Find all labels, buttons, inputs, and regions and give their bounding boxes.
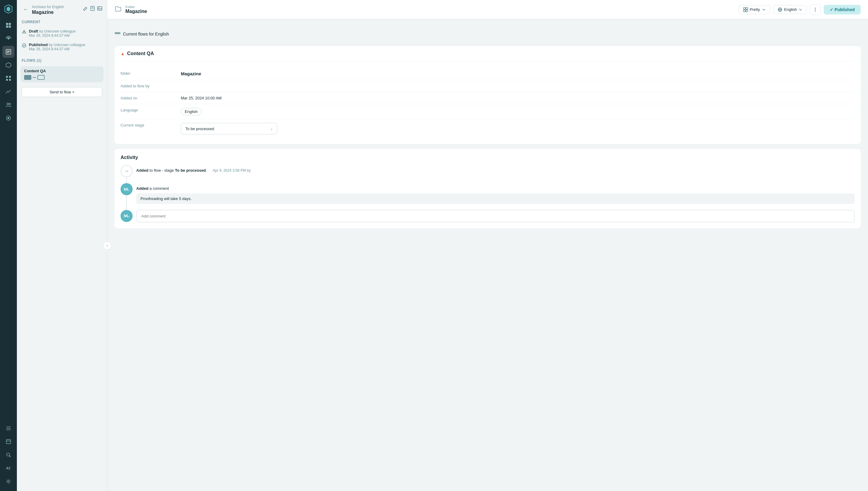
svg-marker-11	[6, 63, 11, 67]
flows-banner-text: Current flows for English	[123, 32, 169, 36]
added-on-row: Added on Mar 25, 2024 10:00 AM	[120, 92, 855, 104]
send-to-flow-button[interactable]: Send to flow +	[22, 87, 102, 97]
activity-meta: Apr 9, 2024 3:58 PM by	[213, 168, 251, 173]
svg-rect-15	[9, 79, 11, 81]
list-nav-icon[interactable]	[2, 422, 15, 434]
main-content: Folder Magazine Pretty English ✓ Publish…	[107, 0, 868, 491]
activity-comment-added-label: Added	[136, 186, 148, 191]
card-body: folder Magazine Added to flow by Added o…	[114, 61, 861, 144]
broadcast-nav-icon[interactable]	[2, 32, 15, 45]
folder-value: Magazine	[181, 71, 201, 76]
svg-point-16	[7, 103, 9, 105]
topbar-actions: Pretty English ✓ Published	[739, 4, 861, 15]
flow-stages	[24, 75, 100, 80]
back-button[interactable]: ←	[22, 5, 30, 13]
sidebar-breadcrumb: Archives for English	[32, 5, 64, 9]
more-options-button[interactable]	[810, 4, 821, 15]
svg-line-26	[9, 456, 10, 457]
current-stage-value: To be processed ↓	[181, 123, 277, 134]
published-version-item[interactable]: Published by Unknown colleague Mar 26, 2…	[22, 40, 102, 54]
plugins-nav-icon[interactable]	[2, 112, 15, 124]
svg-marker-1	[7, 7, 10, 11]
toggle-icon: ▲	[120, 51, 125, 56]
svg-point-44	[815, 7, 816, 8]
content-qa-card: ▲ Content QA folder Magazine Added to fl…	[114, 46, 861, 144]
activity-section: Activity → Added to flow - stage To be p…	[114, 149, 861, 228]
stage-box-empty	[37, 75, 45, 80]
svg-rect-38	[746, 7, 748, 9]
activity-comment-body: Proofreading will take 5 days.	[136, 193, 855, 204]
svg-rect-12	[6, 76, 8, 78]
svg-point-48	[119, 32, 120, 34]
language-label: Language	[120, 108, 181, 112]
content-qa-header[interactable]: ▲ Content QA	[114, 46, 861, 61]
stage-connector	[32, 77, 36, 78]
settings-nav-icon[interactable]	[2, 475, 15, 487]
published-date: Mar 26, 2024 8:44:37 AM	[29, 47, 85, 51]
add-comment-input[interactable]	[136, 210, 855, 222]
edit-icon[interactable]	[83, 6, 88, 12]
svg-point-34	[99, 7, 100, 8]
dashboard-nav-icon[interactable]	[2, 19, 15, 31]
content-area: Current flows for English ▲ Content QA f…	[107, 19, 868, 491]
flows-section-header: Flows (1)	[17, 56, 107, 65]
added-on-label: Added on	[120, 96, 181, 100]
added-by-row: Added to flow by	[120, 80, 855, 92]
image-icon[interactable]	[97, 6, 102, 12]
activity-title: Activity	[120, 155, 855, 160]
published-button[interactable]: ✓ Published	[824, 5, 861, 15]
current-stage-row: Current stage To be processed ↓	[120, 119, 855, 138]
published-label: Published by Unknown colleague	[29, 42, 85, 47]
book-icon[interactable]	[90, 6, 95, 12]
activity-system-content: Added to flow - stage To be processed · …	[136, 165, 855, 177]
svg-point-46	[815, 10, 816, 11]
team-nav-icon[interactable]	[2, 99, 15, 111]
sidebar-header: ← Archives for English Magazine	[17, 0, 107, 15]
svg-rect-39	[744, 10, 745, 12]
stage-select-dropdown[interactable]: To be processed ↓	[181, 123, 277, 134]
search-nav-icon[interactable]	[2, 449, 15, 461]
topbar-info: Folder Magazine	[125, 5, 735, 14]
draft-label: Draft by Unknown colleague	[29, 29, 76, 33]
folder-label: folder	[120, 71, 181, 76]
published-version-icon	[22, 43, 27, 49]
svg-rect-5	[9, 26, 11, 28]
activity-item-system: → Added to flow - stage To be processed …	[120, 165, 855, 177]
integrations-nav-icon[interactable]	[2, 59, 15, 71]
app-logo	[3, 4, 14, 15]
activity-comment-content: Added a comment Proofreading will take 5…	[136, 183, 855, 204]
svg-rect-2	[6, 23, 8, 25]
activity-user-avatar: ML	[120, 183, 133, 195]
svg-line-29	[86, 7, 87, 8]
topbar-folder-name: Magazine	[125, 9, 735, 14]
language-button[interactable]: English	[773, 5, 807, 14]
translation-nav-icon[interactable]: AZ	[2, 462, 15, 474]
analytics-nav-icon[interactable]	[2, 86, 15, 97]
language-value: English	[181, 108, 202, 115]
flow-name: Content QA	[24, 69, 100, 73]
activity-stage-label: To be processed	[175, 168, 206, 173]
draft-icon	[22, 30, 27, 35]
content-nav-icon[interactable]	[2, 46, 15, 58]
flow-item-content-qa[interactable]: Content QA	[21, 66, 103, 82]
pretty-button[interactable]: Pretty	[739, 5, 770, 14]
sidebar-collapse-button[interactable]: ‹	[103, 241, 112, 250]
svg-rect-13	[9, 76, 11, 78]
activity-card: Activity → Added to flow - stage To be p…	[114, 149, 861, 228]
svg-rect-14	[6, 79, 8, 81]
activity-system-icon: →	[120, 165, 133, 177]
svg-text:AZ: AZ	[6, 466, 10, 470]
draft-version-item[interactable]: Draft by Unknown colleague Mar 26, 2024 …	[22, 27, 102, 40]
svg-point-6	[7, 38, 9, 39]
svg-rect-37	[744, 7, 745, 9]
svg-point-19	[7, 117, 9, 119]
add-comment-row: ML	[120, 210, 855, 222]
grid-nav-icon[interactable]	[2, 72, 15, 84]
activity-added-label: Added	[136, 168, 148, 173]
svg-point-35	[24, 31, 25, 32]
dot-separator: ·	[209, 168, 210, 173]
packages-nav-icon[interactable]	[2, 436, 15, 447]
svg-rect-23	[6, 439, 10, 444]
language-row: Language English	[120, 104, 855, 119]
svg-rect-3	[9, 23, 11, 25]
